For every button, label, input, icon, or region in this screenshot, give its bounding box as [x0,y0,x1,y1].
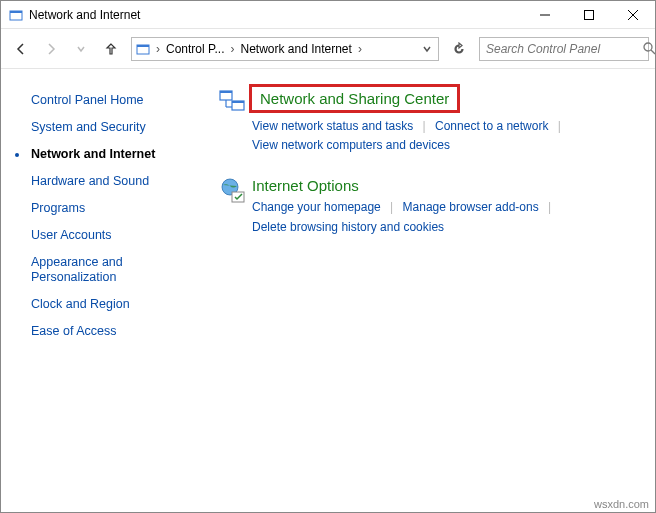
breadcrumb-network-internet[interactable]: Network and Internet [236,38,355,60]
address-bar[interactable]: › Control P... › Network and Internet › [131,37,439,61]
forward-button[interactable] [37,35,65,63]
search-box[interactable] [479,37,649,61]
watermark-text: wsxdn.com [594,498,649,510]
link-view-network-status[interactable]: View network status and tasks [252,119,413,133]
section-internet-options: Internet Options Change your homepage | … [218,177,645,236]
sidebar-item-clock-region[interactable]: Clock and Region [1,291,196,318]
link-connect-to-network[interactable]: Connect to a network [435,119,548,133]
breadcrumb-control-panel[interactable]: Control P... [162,38,228,60]
heading-network-sharing[interactable]: Network and Sharing Center [249,84,460,113]
link-divider: | [558,119,561,133]
sidebar-item-hardware-sound[interactable]: Hardware and Sound [1,168,196,195]
recent-locations-button[interactable] [67,35,95,63]
link-delete-history[interactable]: Delete browsing history and cookies [252,220,444,234]
search-input[interactable] [480,42,643,56]
link-view-network-computers[interactable]: View network computers and devices [252,138,450,152]
title-bar: Network and Internet [1,1,655,29]
section-network-sharing: Network and Sharing Center View network … [218,87,645,155]
sidebar-item-appearance-personalization[interactable]: Appearance and Personalization [1,249,196,291]
link-manage-addons[interactable]: Manage browser add-ons [403,200,539,214]
address-dropdown[interactable] [416,38,438,60]
navigation-bar: › Control P... › Network and Internet › [1,29,655,69]
minimize-button[interactable] [523,1,567,29]
chevron-right-icon[interactable]: › [228,38,236,60]
link-divider: | [423,119,426,133]
close-button[interactable] [611,1,655,29]
back-button[interactable] [7,35,35,63]
search-icon[interactable] [643,42,656,55]
svg-line-9 [651,50,655,54]
chevron-right-icon[interactable]: › [154,38,162,60]
sidebar-item-network-internet[interactable]: Network and Internet [1,141,196,168]
up-button[interactable] [97,35,125,63]
heading-internet-options[interactable]: Internet Options [252,177,645,194]
svg-rect-11 [220,91,232,93]
svg-rect-1 [10,11,22,13]
sidebar: Control Panel Home System and Security N… [1,69,196,512]
sidebar-item-programs[interactable]: Programs [1,195,196,222]
link-divider: | [390,200,393,214]
svg-point-8 [644,43,652,51]
sidebar-item-control-panel-home[interactable]: Control Panel Home [1,87,196,114]
maximize-button[interactable] [567,1,611,29]
content-area: Control Panel Home System and Security N… [1,69,655,512]
sidebar-item-ease-of-access[interactable]: Ease of Access [1,318,196,345]
svg-rect-13 [232,101,244,103]
control-panel-icon [132,42,154,56]
svg-rect-3 [585,10,594,19]
sidebar-item-user-accounts[interactable]: User Accounts [1,222,196,249]
main-panel: Network and Sharing Center View network … [196,69,655,512]
window-icon [9,8,23,22]
sidebar-item-system-security[interactable]: System and Security [1,114,196,141]
internet-options-icon [218,177,252,236]
svg-rect-7 [137,45,149,47]
link-change-homepage[interactable]: Change your homepage [252,200,381,214]
refresh-button[interactable] [445,37,473,61]
link-divider: | [548,200,551,214]
network-sharing-icon [218,87,252,155]
window-title: Network and Internet [29,8,140,22]
chevron-right-icon[interactable]: › [356,38,364,60]
